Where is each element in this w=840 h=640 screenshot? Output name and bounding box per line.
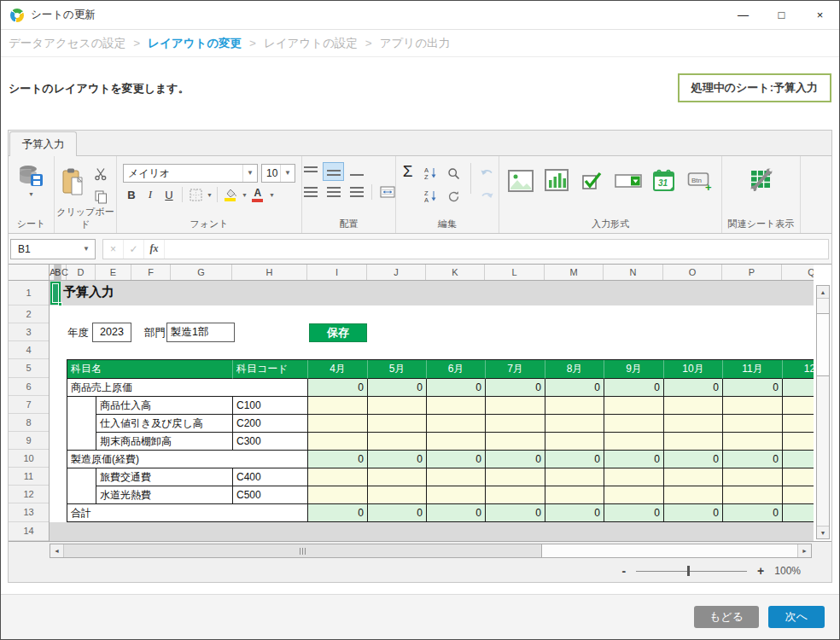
table-value-cell[interactable]: 0 [604,504,664,522]
table-value-cell[interactable]: 0 [723,379,783,397]
table-value-cell[interactable]: 0 [664,379,723,397]
table-value-cell[interactable] [783,397,814,415]
table-value-cell[interactable] [604,433,664,451]
column-header[interactable]: N [604,265,663,280]
table-code-cell[interactable]: C200 [233,415,308,433]
breadcrumb-item[interactable]: レイアウトの変更 [148,36,242,51]
row-header[interactable]: 14 [9,522,49,541]
italic-button[interactable]: I [142,186,159,203]
formula-input[interactable] [165,240,828,259]
zoom-slider[interactable] [636,565,747,577]
zoom-in-button[interactable]: + [757,564,764,578]
search-button[interactable] [445,165,464,182]
align-middle-button[interactable] [323,162,344,181]
next-button[interactable]: 次へ [768,606,825,628]
table-value-cell[interactable]: 0 [427,451,486,468]
table-value-cell[interactable]: 0 [308,379,368,397]
fill-color-button[interactable] [222,186,239,203]
table-value-cell[interactable]: 0 [723,451,783,468]
row-header[interactable]: 7 [9,396,49,414]
table-value-cell[interactable]: 0 [783,379,814,397]
table-value-cell[interactable] [664,415,723,433]
table-name-cell[interactable]: 商品売上原価 [67,379,308,397]
table-value-cell[interactable] [783,433,814,451]
scroll-right-arrow[interactable]: ► [797,544,811,557]
align-right-button[interactable] [346,183,367,201]
refresh-button[interactable] [445,188,464,205]
table-value-cell[interactable]: 0 [427,504,486,522]
table-value-cell[interactable] [723,433,783,451]
select-all-corner[interactable] [9,265,50,280]
column-header[interactable]: H [232,265,307,280]
table-value-cell[interactable]: 0 [783,451,814,468]
table-value-cell[interactable] [723,468,783,486]
table-value-cell[interactable]: 0 [664,451,723,468]
table-value-cell[interactable]: 0 [783,504,814,522]
table-value-cell[interactable] [664,433,723,451]
table-value-cell[interactable] [308,486,368,504]
vertical-scroll-thumb[interactable] [817,313,829,376]
table-name-cell[interactable]: 水道光熱費 [96,486,233,504]
table-value-cell[interactable]: 0 [427,379,486,397]
align-left-button[interactable] [300,183,321,201]
table-value-cell[interactable] [545,397,604,415]
row-header[interactable]: 6 [9,378,49,396]
row-header[interactable]: 3 [9,323,49,341]
table-value-cell[interactable] [783,468,814,486]
table-value-cell[interactable] [308,397,368,415]
table-value-cell[interactable]: 0 [545,504,604,522]
save-button[interactable]: 保存 [309,323,367,342]
vertical-scrollbar[interactable]: ▲ ▼ [816,285,830,539]
table-header-code[interactable]: 科目コード [233,360,308,379]
table-value-cell[interactable] [604,415,664,433]
table-value-cell[interactable] [664,397,723,415]
column-header[interactable]: B [55,265,61,280]
selected-cell-b1[interactable] [50,282,61,305]
table-value-cell[interactable] [368,486,427,504]
cut-button[interactable] [91,166,110,183]
table-name-cell[interactable]: 旅費交通費 [96,468,233,486]
row-header[interactable]: 2 [9,305,49,323]
paste-button[interactable] [61,164,86,206]
copy-button[interactable] [91,189,110,206]
table-value-cell[interactable]: 0 [308,451,368,468]
autosum-button[interactable]: Σ [399,163,417,180]
table-header-month[interactable]: 12月 [783,360,814,379]
breadcrumb-item[interactable]: アプリの出力 [380,36,450,51]
table-value-cell[interactable] [308,415,368,433]
table-header-month[interactable]: 7月 [486,360,545,379]
table-header-month[interactable]: 4月 [308,360,368,379]
confirm-entry-button[interactable]: ✓ [124,240,144,259]
column-header[interactable]: I [307,265,367,280]
tab-budget-input[interactable]: 予算入力 [9,131,77,156]
table-value-cell[interactable] [723,397,783,415]
table-value-cell[interactable]: 0 [723,504,783,522]
scroll-down-arrow[interactable]: ▼ [817,526,829,538]
table-value-cell[interactable] [427,433,486,451]
column-header[interactable]: E [96,265,131,280]
back-button[interactable]: もどる [694,606,759,628]
cell-name-box[interactable]: B1 ▼ [10,239,96,259]
year-input[interactable]: 2023 [92,323,131,342]
table-value-cell[interactable] [308,433,368,451]
table-name-cell[interactable]: 商品仕入高 [96,397,233,415]
insert-button-control-button[interactable]: Btn + [685,166,715,195]
table-value-cell[interactable] [486,468,545,486]
row-header[interactable]: 10 [9,450,49,468]
column-header[interactable]: L [485,265,545,280]
table-value-cell[interactable] [723,486,783,504]
table-value-cell[interactable] [486,397,545,415]
table-header-month[interactable]: 6月 [427,360,486,379]
zoom-out-button[interactable]: - [621,564,626,578]
column-header[interactable]: F [131,265,171,280]
table-value-cell[interactable] [783,415,814,433]
table-value-cell[interactable] [545,415,604,433]
scroll-up-arrow[interactable]: ▲ [817,286,829,299]
table-header-name[interactable]: 科目名 [67,360,233,379]
table-value-cell[interactable]: 0 [604,451,664,468]
table-value-cell[interactable] [427,397,486,415]
table-value-cell[interactable] [604,486,664,504]
table-value-cell[interactable]: 0 [486,379,545,397]
table-value-cell[interactable] [486,486,545,504]
close-button[interactable]: × [801,1,839,29]
